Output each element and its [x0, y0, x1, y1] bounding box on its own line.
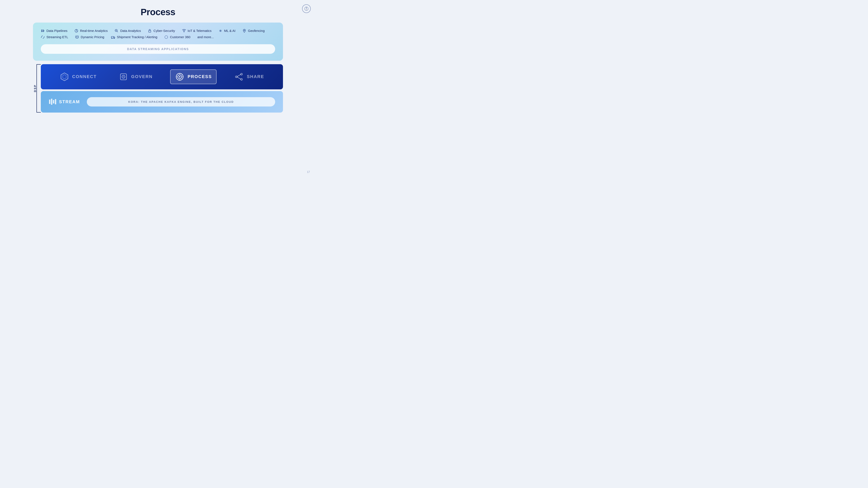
stream-bars-icon	[49, 98, 56, 106]
svg-point-23	[241, 73, 242, 75]
compass-icon	[302, 4, 311, 13]
tag-streaming-etl: Streaming ETL	[41, 35, 68, 39]
stream-label-container: STREAM	[49, 98, 80, 106]
nav-process-label: PROCESS	[187, 74, 212, 79]
tag-data-pipelines-label: Data Pipelines	[46, 29, 67, 33]
tag-and-more-label: and more...	[197, 35, 214, 39]
tag-streaming-etl-label: Streaming ETL	[46, 35, 68, 39]
tag-data-analytics-label: Data Analytics	[120, 29, 141, 33]
pin-icon	[242, 29, 246, 33]
dsp-content: CONNECT GOVERN PROCESS	[41, 64, 283, 112]
nav-connect-label: CONNECT	[72, 74, 97, 79]
cycle-icon	[41, 35, 45, 39]
tag-and-more: and more...	[197, 35, 214, 39]
nav-share[interactable]: SHARE	[230, 70, 269, 84]
tag-iot-telematics-label: IoT & Telematics	[188, 29, 212, 33]
svg-point-22	[236, 76, 237, 78]
svg-point-21	[179, 76, 180, 77]
dsp-label-container: DSP	[33, 64, 41, 112]
nav-share-label: SHARE	[247, 74, 264, 79]
dsp-bracket	[36, 64, 41, 112]
tag-data-pipelines: Data Pipelines	[41, 29, 67, 33]
kora-bar: KORA: THE APACHE KAFKA ENGINE, BUILT FOR…	[87, 97, 275, 106]
tag-data-analytics: Data Analytics	[115, 29, 141, 33]
nav-govern[interactable]: GOVERN	[114, 70, 157, 84]
svg-rect-25	[49, 100, 50, 104]
svg-point-7	[220, 30, 221, 31]
page-number: 17	[307, 170, 310, 173]
circle-dash-icon	[164, 35, 168, 39]
stream-row: STREAM KORA: THE APACHE KAFKA ENGINE, BU…	[41, 91, 283, 112]
svg-rect-27	[53, 100, 54, 103]
tag-realtime-analytics-label: Real-time Analytics	[80, 29, 108, 33]
svg-point-18	[123, 76, 124, 77]
tag-dynamic-pricing: Dynamic Pricing	[75, 35, 104, 39]
svg-rect-5	[149, 31, 151, 32]
svg-marker-15	[63, 75, 66, 79]
svg-rect-28	[55, 99, 56, 104]
tag-customer-360: Customer 360	[164, 35, 190, 39]
brain-icon	[219, 29, 222, 33]
tag-customer-360-label: Customer 360	[170, 35, 190, 39]
page-title: Process	[0, 0, 316, 18]
truck-icon	[111, 35, 115, 39]
data-streaming-bar: DATA STREAMING APPLICATIONS	[41, 44, 275, 54]
dsp-wrapper: DSP CONNECT GOVERN	[33, 64, 283, 112]
svg-marker-2	[306, 9, 307, 10]
chart-icon	[74, 29, 78, 33]
tag-realtime-analytics: Real-time Analytics	[74, 29, 108, 33]
process-row: CONNECT GOVERN PROCESS	[41, 64, 283, 89]
stream-text: STREAM	[59, 99, 80, 104]
nav-govern-label: GOVERN	[131, 74, 153, 79]
data-streaming-label: DATA STREAMING APPLICATIONS	[127, 47, 189, 51]
signal-icon	[182, 29, 186, 33]
kora-label: KORA: THE APACHE KAFKA ENGINE, BUILT FOR…	[128, 100, 234, 103]
tag-cyber-security: Cyber-Security	[148, 29, 175, 33]
tag-geofencing: Geofencing	[242, 29, 265, 33]
svg-marker-1	[306, 7, 307, 9]
tag-iot-telematics: IoT & Telematics	[182, 29, 212, 33]
search-chart-icon	[115, 29, 119, 33]
svg-rect-9	[75, 36, 79, 38]
svg-point-13	[165, 36, 168, 39]
svg-marker-14	[61, 73, 68, 81]
pipes-icon	[41, 29, 45, 33]
svg-rect-26	[51, 99, 52, 105]
tag-ml-ai-label: ML & AI	[224, 29, 236, 33]
svg-rect-10	[111, 36, 114, 38]
applications-panel: Data Pipelines Real-time Analytics Data	[33, 23, 283, 61]
nav-process[interactable]: PROCESS	[170, 69, 217, 84]
svg-point-24	[241, 78, 242, 80]
lock-icon	[148, 29, 152, 33]
app-tags: Data Pipelines Real-time Analytics Data	[41, 29, 275, 39]
nav-connect[interactable]: CONNECT	[55, 70, 101, 84]
dsp-label: DSP	[33, 85, 37, 92]
tag-dynamic-pricing-label: Dynamic Pricing	[81, 35, 104, 39]
tag-shipment-tracking-label: Shipment Tracking / Alerting	[117, 35, 157, 39]
screen-icon	[75, 35, 79, 39]
tag-ml-ai: ML & AI	[219, 29, 236, 33]
svg-point-6	[184, 31, 184, 32]
tag-geofencing-label: Geofencing	[248, 29, 265, 33]
tag-shipment-tracking: Shipment Tracking / Alerting	[111, 35, 157, 39]
tag-cyber-security-label: Cyber-Security	[153, 29, 175, 33]
svg-point-8	[244, 30, 245, 31]
